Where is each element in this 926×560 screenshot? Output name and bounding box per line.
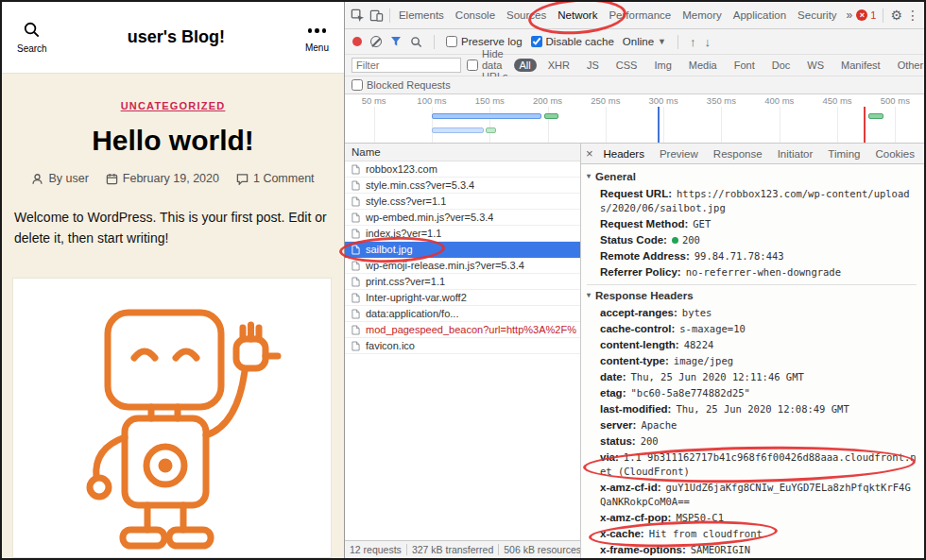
request-details-pane: × Headers Preview Response Initiator Tim…	[581, 144, 924, 558]
filter-pill-all[interactable]: All	[514, 59, 537, 72]
network-overview[interactable]: 50 ms 100 ms 150 ms 200 ms 250 ms 300 ms…	[345, 94, 924, 144]
filter-pill-ws[interactable]: WS	[801, 59, 830, 72]
settings-gear-icon[interactable]: ⚙	[890, 8, 902, 23]
request-row[interactable]: wp-embed.min.js?ver=5.3.4	[345, 210, 580, 226]
tab-response[interactable]: Response	[706, 144, 770, 163]
details-tabbar: × Headers Preview Response Initiator Tim…	[581, 144, 924, 164]
waterfall-bars	[345, 107, 924, 143]
request-row[interactable]: wp-emoji-release.min.js?ver=5.3.4	[345, 258, 580, 274]
filter-pill-media[interactable]: Media	[683, 59, 723, 72]
triangle-down-icon: ▾	[587, 291, 591, 299]
file-icon	[352, 277, 361, 287]
tab-headers[interactable]: Headers	[595, 144, 651, 163]
search-icon[interactable]	[410, 36, 422, 48]
request-row[interactable]: robbox123.com	[345, 161, 580, 178]
close-icon[interactable]: ×	[583, 146, 595, 161]
hide-data-urls-input[interactable]	[467, 59, 478, 71]
request-row[interactable]: style.min.css?ver=5.3.4	[345, 178, 580, 194]
request-row[interactable]: style.css?ver=1.1	[345, 194, 580, 210]
filter-input[interactable]	[352, 58, 461, 73]
timeline-tick: 350 ms	[693, 95, 750, 106]
filter-pill-font[interactable]: Font	[729, 59, 761, 72]
request-rows: robbox123.com style.min.css?ver=5.3.4 st…	[345, 161, 580, 540]
preserve-log-checkbox[interactable]: Preserve log	[446, 36, 523, 47]
request-row-blocked[interactable]: mod_pagespeed_beacon?url=http%3A%2F%2Fro…	[345, 322, 580, 338]
blog-search-button[interactable]: Search	[17, 21, 47, 54]
tab-network[interactable]: Network	[552, 2, 603, 28]
disable-cache-input[interactable]	[531, 36, 542, 47]
post-author[interactable]: By user	[31, 172, 88, 185]
device-toolbar-icon[interactable]	[367, 2, 386, 28]
filter-pill-other[interactable]: Other	[892, 59, 926, 72]
error-icon: ×	[856, 9, 867, 21]
filter-pill-xhr[interactable]: XHR	[542, 59, 575, 72]
request-row-sailbot[interactable]: sailbot.jpg	[345, 242, 580, 258]
filter-pill-img[interactable]: Img	[648, 59, 677, 72]
tab-application[interactable]: Application	[728, 2, 792, 28]
throttling-dropdown[interactable]: Online ▼	[623, 36, 666, 47]
clear-icon[interactable]	[370, 36, 382, 47]
devtools-tabbar: Elements Console Sources Network Perform…	[345, 2, 924, 29]
request-row[interactable]: index.js?ver=1.1	[345, 226, 580, 242]
record-icon[interactable]	[352, 37, 362, 46]
post-category-link[interactable]: UNCATEGORIZED	[121, 100, 226, 111]
calendar-icon	[106, 173, 118, 185]
inspect-element-icon[interactable]	[348, 2, 367, 28]
tab-elements[interactable]: Elements	[393, 2, 450, 28]
header-date: date:Thu, 25 Jun 2020 12:11:46 GMT	[587, 369, 917, 385]
export-har-icon[interactable]: ↓	[704, 35, 711, 49]
post-featured-image	[12, 278, 332, 558]
header-content-length: content-length:48224	[587, 337, 917, 353]
tab-preview[interactable]: Preview	[652, 144, 706, 163]
tab-memory[interactable]: Memory	[677, 2, 728, 28]
chevron-down-icon: ▼	[658, 37, 666, 46]
network-summary-bar: 12 requests 327 kB transferred 506 kB re…	[345, 540, 580, 558]
header-etag: etag:"bc60-5a8e774882d25"	[587, 385, 917, 401]
file-icon	[352, 261, 361, 271]
request-row[interactable]: Inter-upright-var.woff2	[345, 290, 580, 306]
divider	[883, 8, 883, 23]
filter-pill-js[interactable]: JS	[581, 59, 605, 72]
preserve-log-input[interactable]	[446, 36, 457, 47]
tab-sources[interactable]: Sources	[501, 2, 552, 28]
more-tabs-icon[interactable]: »	[843, 8, 857, 22]
general-section-header[interactable]: ▾ General	[587, 168, 917, 184]
screenshot-root: Search user's Blog! Menu UNCATEGORIZED H…	[0, 0, 926, 560]
filter-pill-doc[interactable]: Doc	[766, 59, 797, 72]
blog-menu-button[interactable]: Menu	[305, 22, 329, 53]
filter-pill-manifest[interactable]: Manifest	[835, 59, 886, 72]
post-date[interactable]: February 19, 2020	[106, 172, 219, 185]
tab-security[interactable]: Security	[792, 2, 843, 28]
file-icon	[352, 325, 361, 335]
tab-performance[interactable]: Performance	[603, 2, 677, 28]
tab-timing[interactable]: Timing	[820, 144, 867, 163]
timeline-ruler: 50 ms 100 ms 150 ms 200 ms 250 ms 300 ms…	[345, 94, 924, 107]
name-column-header[interactable]: Name	[345, 144, 580, 161]
waterfall-bar-green-3	[868, 113, 883, 119]
console-error-badge[interactable]: × 1	[856, 9, 876, 21]
request-row[interactable]: print.css?ver=1.1	[345, 274, 580, 290]
blocked-requests-checkbox[interactable]: Blocked Requests	[352, 79, 451, 91]
timeline-tick: 100 ms	[403, 95, 460, 106]
tab-cookies[interactable]: Cookies	[867, 144, 922, 163]
tab-initiator[interactable]: Initiator	[770, 144, 821, 163]
post-title: Hello world!	[2, 125, 344, 157]
filter-funnel-icon[interactable]	[390, 36, 402, 47]
filter-pill-css[interactable]: CSS	[610, 59, 643, 72]
request-row[interactable]: favicon.ico	[345, 338, 580, 354]
disable-cache-checkbox[interactable]: Disable cache	[531, 36, 614, 47]
response-headers-section-header[interactable]: ▾ Response Headers	[587, 287, 917, 303]
kebab-menu-icon[interactable]: ⋮	[906, 8, 919, 23]
blog-site-title[interactable]: user's Blog!	[128, 27, 225, 47]
status-ok-icon	[672, 237, 678, 244]
import-har-icon[interactable]: ↑	[690, 35, 696, 49]
blocked-requests-input[interactable]	[352, 79, 363, 91]
post-comments-link[interactable]: 1 Comment	[236, 172, 315, 185]
tab-console[interactable]: Console	[450, 2, 501, 28]
request-row[interactable]: data:application/fo...	[345, 306, 580, 322]
person-icon	[31, 173, 43, 185]
header-via: via:1.1 9b311162717b41c968f6f00426d88aaa…	[587, 450, 917, 480]
image-file-icon	[352, 245, 361, 255]
file-icon	[352, 341, 361, 351]
file-icon	[352, 293, 361, 303]
